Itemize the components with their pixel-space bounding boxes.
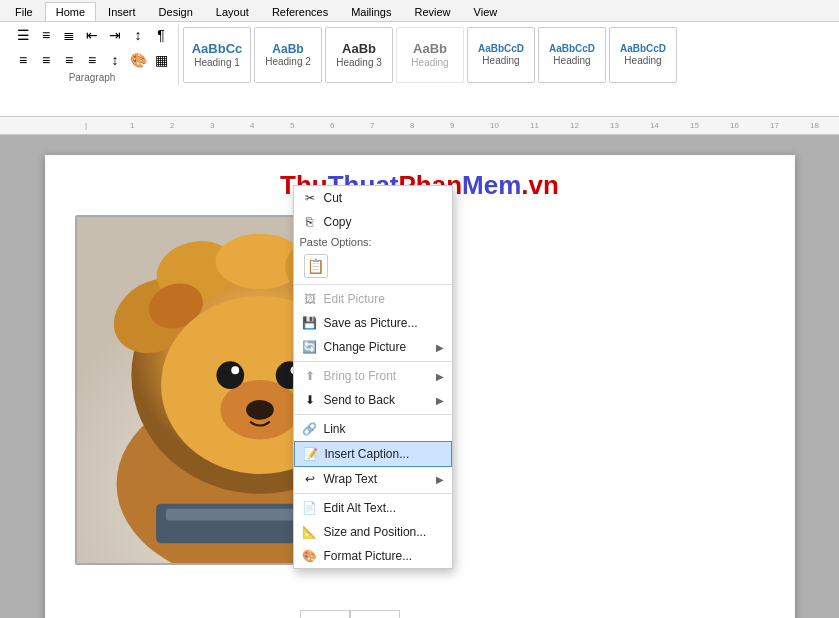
menu-item-edit-alt-label: Edit Alt Text... bbox=[324, 501, 396, 515]
watermark-mem: Mem bbox=[462, 170, 521, 200]
mini-toolbar: 🎨 Style ✂ Crop bbox=[300, 610, 400, 618]
line-spacing-icon[interactable]: ↕ bbox=[104, 49, 126, 71]
tab-design[interactable]: Design bbox=[148, 2, 204, 21]
menu-item-size-position-label: Size and Position... bbox=[324, 525, 427, 539]
menu-item-edit-picture-label: Edit Picture bbox=[324, 292, 385, 306]
style-heading2-preview: AaBb bbox=[272, 42, 303, 56]
menu-item-save-picture-label: Save as Picture... bbox=[324, 316, 418, 330]
style-heading6-label: Heading bbox=[553, 55, 590, 66]
align-left-icon[interactable]: ≡ bbox=[12, 49, 34, 71]
increase-indent-icon[interactable]: ⇥ bbox=[104, 24, 126, 46]
tab-file[interactable]: File bbox=[4, 2, 44, 21]
menu-item-wrap-text-label: Wrap Text bbox=[324, 472, 378, 486]
mini-btn-crop[interactable]: ✂ Crop bbox=[350, 610, 400, 618]
show-hide-icon[interactable]: ¶ bbox=[150, 24, 172, 46]
paragraph-label: Paragraph bbox=[69, 72, 116, 85]
change-picture-icon: 🔄 bbox=[302, 339, 318, 355]
menu-item-edit-alt[interactable]: 📄 Edit Alt Text... bbox=[294, 496, 452, 520]
format-picture-icon: 🎨 bbox=[302, 548, 318, 564]
menu-item-format-picture[interactable]: 🎨 Format Picture... bbox=[294, 544, 452, 568]
style-heading3-preview: AaBb bbox=[342, 41, 376, 57]
style-heading6-preview: AaBbCcD bbox=[549, 43, 595, 55]
style-heading3[interactable]: AaBb Heading 3 bbox=[325, 27, 393, 83]
paste-options-header: Paste Options: bbox=[294, 234, 452, 250]
list-numbers-icon[interactable]: ≡ bbox=[35, 24, 57, 46]
context-menu: ✂ Cut ⎘ Copy Paste Options: 📋 🖼 Edit Pic… bbox=[293, 185, 453, 569]
svg-point-14 bbox=[231, 366, 239, 374]
decrease-indent-icon[interactable]: ⇤ bbox=[81, 24, 103, 46]
tab-view[interactable]: View bbox=[463, 2, 509, 21]
style-heading4[interactable]: AaBb Heading bbox=[396, 27, 464, 83]
ribbon-tab-strip: File Home Insert Design Layout Reference… bbox=[0, 0, 839, 22]
separator-2 bbox=[294, 361, 452, 362]
style-heading2[interactable]: AaBb Heading 2 bbox=[254, 27, 322, 83]
style-heading4-preview: AaBb bbox=[413, 41, 447, 57]
tab-insert[interactable]: Insert bbox=[97, 2, 147, 21]
link-icon: 🔗 bbox=[302, 421, 318, 437]
paragraph-bottom-row: ≡ ≡ ≡ ≡ ↕ 🎨 ▦ bbox=[12, 49, 172, 71]
style-heading1-preview: AaBbCc bbox=[192, 41, 243, 57]
shading-icon[interactable]: 🎨 bbox=[127, 49, 149, 71]
mini-btn-style[interactable]: 🎨 Style bbox=[300, 610, 350, 618]
style-heading2-label: Heading 2 bbox=[265, 56, 311, 67]
menu-item-bring-front[interactable]: ⬆ Bring to Front ▶ bbox=[294, 364, 452, 388]
align-center-icon[interactable]: ≡ bbox=[35, 49, 57, 71]
menu-item-insert-caption[interactable]: 📝 Insert Caption... bbox=[294, 441, 452, 467]
menu-item-bring-front-label: Bring to Front bbox=[324, 369, 397, 383]
style-heading5[interactable]: AaBbCcD Heading bbox=[467, 27, 535, 83]
menu-item-edit-picture[interactable]: 🖼 Edit Picture bbox=[294, 287, 452, 311]
menu-item-link[interactable]: 🔗 Link bbox=[294, 417, 452, 441]
tab-layout[interactable]: Layout bbox=[205, 2, 260, 21]
style-heading3-label: Heading 3 bbox=[336, 57, 382, 68]
styles-area: AaBbCc Heading 1 AaBb Heading 2 AaBb Hea… bbox=[181, 24, 679, 85]
svg-point-12 bbox=[216, 361, 244, 389]
paste-options-row: 📋 bbox=[294, 250, 452, 282]
ruler: | 1 2 3 4 5 6 7 8 9 10 11 12 13 14 15 16… bbox=[0, 117, 839, 135]
multilevel-list-icon[interactable]: ≣ bbox=[58, 24, 80, 46]
edit-picture-icon: 🖼 bbox=[302, 291, 318, 307]
menu-item-change-picture[interactable]: 🔄 Change Picture ▶ bbox=[294, 335, 452, 359]
menu-item-change-picture-label: Change Picture bbox=[324, 340, 407, 354]
style-heading7-preview: AaBbCcD bbox=[620, 43, 666, 55]
paragraph-top-row: ☰ ≡ ≣ ⇤ ⇥ ↕ ¶ bbox=[12, 24, 172, 46]
menu-item-send-back[interactable]: ⬇ Send to Back ▶ bbox=[294, 388, 452, 412]
tab-mailings[interactable]: Mailings bbox=[340, 2, 402, 21]
tab-review[interactable]: Review bbox=[404, 2, 462, 21]
border-icon[interactable]: ▦ bbox=[150, 49, 172, 71]
menu-item-copy[interactable]: ⎘ Copy bbox=[294, 210, 452, 234]
style-heading1-label: Heading 1 bbox=[194, 57, 240, 68]
style-heading5-label: Heading bbox=[482, 55, 519, 66]
watermark-vn: .vn bbox=[521, 170, 559, 200]
tab-home[interactable]: Home bbox=[45, 2, 96, 21]
wrap-text-arrow: ▶ bbox=[436, 474, 444, 485]
document-area: ThuThuatPhanMem.vn bbox=[0, 135, 839, 618]
menu-item-link-label: Link bbox=[324, 422, 346, 436]
style-heading4-label: Heading bbox=[411, 57, 448, 68]
align-right-icon[interactable]: ≡ bbox=[58, 49, 80, 71]
menu-item-wrap-text[interactable]: ↩ Wrap Text ▶ bbox=[294, 467, 452, 491]
style-heading7-label: Heading bbox=[624, 55, 661, 66]
copy-icon: ⎘ bbox=[302, 214, 318, 230]
separator-4 bbox=[294, 493, 452, 494]
list-bullets-icon[interactable]: ☰ bbox=[12, 24, 34, 46]
menu-item-save-picture[interactable]: 💾 Save as Picture... bbox=[294, 311, 452, 335]
paste-option-btn[interactable]: 📋 bbox=[304, 254, 328, 278]
style-heading1[interactable]: AaBbCc Heading 1 bbox=[183, 27, 251, 83]
justify-icon[interactable]: ≡ bbox=[81, 49, 103, 71]
insert-caption-icon: 📝 bbox=[303, 446, 319, 462]
menu-item-size-position[interactable]: 📐 Size and Position... bbox=[294, 520, 452, 544]
menu-item-cut[interactable]: ✂ Cut bbox=[294, 186, 452, 210]
cut-icon: ✂ bbox=[302, 190, 318, 206]
sort-icon[interactable]: ↕ bbox=[127, 24, 149, 46]
menu-item-copy-label: Copy bbox=[324, 215, 352, 229]
menu-item-format-picture-label: Format Picture... bbox=[324, 549, 413, 563]
tab-references[interactable]: References bbox=[261, 2, 339, 21]
send-back-arrow: ▶ bbox=[436, 395, 444, 406]
menu-item-cut-label: Cut bbox=[324, 191, 343, 205]
size-position-icon: 📐 bbox=[302, 524, 318, 540]
save-picture-icon: 💾 bbox=[302, 315, 318, 331]
paragraph-group: ☰ ≡ ≣ ⇤ ⇥ ↕ ¶ ≡ ≡ ≡ ≡ ↕ 🎨 ▦ Paragraph bbox=[6, 24, 179, 85]
style-heading6[interactable]: AaBbCcD Heading bbox=[538, 27, 606, 83]
style-heading7[interactable]: AaBbCcD Heading bbox=[609, 27, 677, 83]
ribbon: ☰ ≡ ≣ ⇤ ⇥ ↕ ¶ ≡ ≡ ≡ ≡ ↕ 🎨 ▦ Paragraph bbox=[0, 22, 839, 117]
